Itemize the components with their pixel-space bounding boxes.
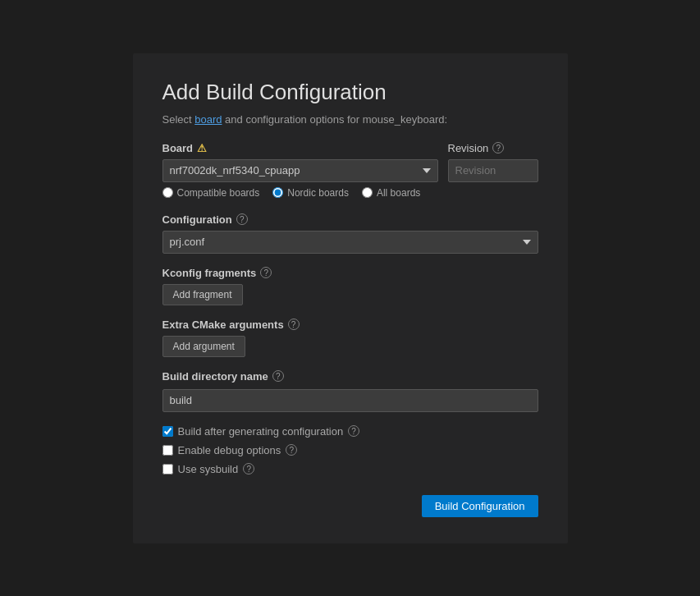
build-dir-input[interactable]	[162, 389, 538, 412]
subtitle-pre: Select	[162, 113, 195, 126]
configuration-help-icon[interactable]: ?	[236, 213, 248, 225]
subtitle-post: and configuration options for mouse_keyb…	[222, 113, 448, 126]
configuration-section: Configuration ? prj.conf	[162, 213, 538, 254]
radio-all-text: All boards	[377, 187, 420, 199]
cmake-label: Extra CMake arguments ?	[162, 319, 538, 331]
debug-options-checkbox[interactable]	[162, 445, 173, 456]
radio-compatible-label[interactable]: Compatible boards	[162, 187, 260, 199]
sysbuild-help-icon[interactable]: ?	[243, 463, 254, 475]
cmake-help-icon[interactable]: ?	[288, 319, 300, 330]
radio-all[interactable]	[362, 187, 373, 198]
kconfig-label: Kconfig fragments ?	[162, 267, 538, 279]
board-link[interactable]: board	[194, 113, 222, 126]
build-dir-help-icon[interactable]: ?	[272, 370, 284, 382]
radio-nordic-text: Nordic boards	[287, 187, 349, 199]
configuration-label: Configuration ?	[162, 213, 538, 226]
dialog-footer: Build Configuration	[162, 495, 538, 517]
sysbuild-text: Use sysbuild	[178, 463, 239, 475]
dialog-subtitle: Select board and configuration options f…	[162, 113, 538, 126]
radio-all-label[interactable]: All boards	[362, 187, 420, 199]
radio-nordic-label[interactable]: Nordic boards	[272, 187, 349, 199]
board-label: Board ⚠	[162, 142, 438, 154]
build-after-checkbox[interactable]	[162, 426, 173, 437]
board-section: Board ⚠ nrf7002dk_nrf5340_cpuapp	[162, 142, 438, 182]
add-fragment-button[interactable]: Add fragment	[162, 284, 243, 305]
build-dir-label: Build directory name ?	[162, 370, 538, 383]
build-after-text: Build after generating configuration	[178, 425, 344, 438]
radio-nordic[interactable]	[272, 187, 283, 198]
kconfig-help-icon[interactable]: ?	[260, 267, 272, 278]
board-filter-radio-group: Compatible boards Nordic boards All boar…	[162, 187, 538, 199]
revision-section: Revision ?	[448, 142, 538, 182]
radio-compatible[interactable]	[162, 187, 173, 198]
configuration-select[interactable]: prj.conf	[162, 231, 538, 254]
debug-options-label[interactable]: Enable debug options ?	[162, 444, 538, 456]
build-after-label[interactable]: Build after generating configuration ?	[162, 425, 538, 438]
options-checkbox-group: Build after generating configuration ? E…	[162, 425, 538, 475]
add-argument-button[interactable]: Add argument	[162, 336, 245, 357]
add-build-configuration-dialog: Add Build Configuration Select board and…	[133, 53, 568, 543]
revision-help-icon[interactable]: ?	[492, 142, 504, 154]
debug-options-text: Enable debug options	[178, 444, 281, 456]
build-configuration-button[interactable]: Build Configuration	[422, 495, 538, 517]
board-warning-icon: ⚠	[197, 142, 207, 154]
dialog-title: Add Build Configuration	[162, 80, 538, 105]
sysbuild-label[interactable]: Use sysbuild ?	[162, 463, 538, 475]
revision-label: Revision ?	[448, 142, 538, 154]
board-select[interactable]: nrf7002dk_nrf5340_cpuapp	[162, 159, 438, 182]
sysbuild-checkbox[interactable]	[162, 464, 173, 475]
build-dir-section: Build directory name ?	[162, 370, 538, 412]
radio-compatible-text: Compatible boards	[177, 187, 260, 199]
build-after-help-icon[interactable]: ?	[348, 425, 359, 437]
kconfig-section: Kconfig fragments ? Add fragment	[162, 267, 538, 305]
board-revision-row: Board ⚠ nrf7002dk_nrf5340_cpuapp Revisio…	[162, 142, 538, 182]
debug-help-icon[interactable]: ?	[286, 444, 297, 456]
cmake-section: Extra CMake arguments ? Add argument	[162, 319, 538, 357]
revision-input[interactable]	[448, 159, 538, 182]
